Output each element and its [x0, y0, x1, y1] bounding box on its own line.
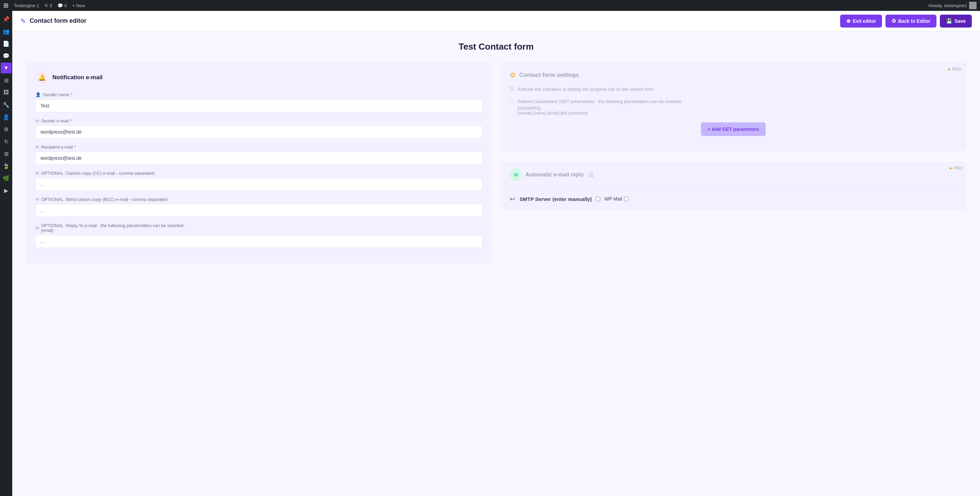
howdy-text: Howdy, testengine1 [929, 3, 967, 8]
cc-email-label: OPTIONAL: Carbon copy (CC) e-mail - comm… [41, 171, 154, 176]
wp-logo[interactable]: ⊞ [3, 2, 8, 9]
email-icon-2: ✉ [35, 144, 39, 150]
sidebar-icon-pin[interactable]: 📌 [1, 14, 11, 24]
email-icon-5: ✉ [35, 225, 39, 230]
cc-email-field: ✉ OPTIONAL: Carbon copy (CC) e-mail - co… [35, 171, 482, 191]
sender-name-input[interactable] [35, 99, 482, 112]
gear-icon: ⚙ [891, 18, 896, 24]
sidebar-icon-comment[interactable]: 💬 [1, 50, 11, 61]
sidebar-icon-refresh[interactable]: ↻ [1, 136, 11, 147]
bcc-email-label: OPTIONAL: Blind carbon copy (BCC) e-mail… [41, 197, 167, 202]
pro-badge-2: ★ PRO [949, 166, 962, 171]
header-actions: ⊗ Exit editor ⚙ Back to Editor 💾 Save [840, 14, 972, 27]
content-area: ✎ Contact form editor ⊗ Exit editor ⚙ Ba… [12, 11, 980, 496]
wp-mail-checkbox[interactable] [624, 197, 628, 201]
email-icon-3: ✉ [35, 171, 39, 176]
site-name: Testengine 1 [14, 3, 39, 8]
sidebar-icon-group[interactable]: 👥 [1, 26, 11, 37]
admin-bar-comments[interactable]: 💬 0 [57, 3, 67, 8]
sender-name-field: 👤 Sender name * [35, 92, 482, 112]
progress-bar-checkbox[interactable] [510, 87, 514, 91]
redirect-row: Redirect parameters (GET parameters) - t… [510, 98, 957, 116]
sidebar-icon-tools[interactable]: 🔧 [1, 99, 11, 110]
redirect-checkbox[interactable] [510, 99, 514, 103]
bcc-email-field: ✉ OPTIONAL: Blind carbon copy (BCC) e-ma… [35, 197, 482, 217]
card-header: 🔔 Notification e-mail [35, 71, 482, 84]
smtp-label: SMTP Server (enter manually) [520, 196, 592, 202]
sender-email-label: Sender e-mail * [41, 118, 72, 124]
progress-bar-row: Activate this checkbox to display the pr… [510, 86, 957, 93]
recipient-email-field: ✉ Recipient e-mail * [35, 144, 482, 165]
redirect-section: Redirect parameters (GET parameters) - t… [510, 98, 957, 116]
two-col-layout: 🔔 Notification e-mail 👤 Sender name * [26, 62, 966, 263]
reply-to-sublabel: [email] [41, 228, 185, 233]
pro-badge-1: ★ PRO [947, 67, 961, 72]
admin-bar-right: Howdy, testengine1 [929, 2, 977, 9]
reply-to-field: ✉ OPTIONAL: Reply-To e-mail - the follow… [35, 223, 482, 248]
auto-reply-check-icon: ☑ [589, 172, 593, 178]
sender-name-label: Sender name * [43, 92, 73, 97]
bcc-email-input[interactable] [35, 204, 482, 217]
header-title-wrap: ✎ Contact form editor [21, 17, 836, 25]
smtp-checkbox[interactable] [596, 197, 600, 201]
user-avatar [969, 2, 977, 9]
exit-editor-button[interactable]: ⊗ Exit editor [840, 14, 882, 27]
auto-reply-icon: ✉ [510, 169, 522, 181]
sidebar-icon-settings[interactable]: ⚙ [1, 124, 11, 135]
sidebar: 📌 👥 📄 💬 ▼ ⊞ 🖼 🔧 👤 ⚙ ↻ ⊞ 🍃 🌿 ▶ [0, 11, 12, 496]
sidebar-icon-dashboard[interactable]: ⊞ [1, 75, 11, 86]
auto-reply-card: ★ PRO ✉ Automatic e-mail reply ☑ ↩ SMTP … [500, 162, 966, 210]
smtp-section: ↩ SMTP Server (enter manually) WP Mail [510, 195, 957, 203]
cc-email-input[interactable] [35, 178, 482, 191]
redirect-placeholders: [anrede] [name] [email] [tel] [checkbox] [517, 111, 682, 116]
star-icon-2: ★ [949, 166, 953, 171]
notification-icon: 🔔 [35, 71, 48, 84]
progress-bar-label: Activate this checkbox to display the pr… [517, 86, 654, 93]
sidebar-icon-play[interactable]: ▶ [1, 185, 11, 196]
settings-title: Contact form settings [519, 72, 579, 79]
section-divider [510, 188, 957, 188]
user-icon: 👤 [35, 92, 41, 97]
admin-bar-new[interactable]: + New [72, 3, 85, 8]
sidebar-icon-media[interactable]: 🖼 [1, 87, 11, 98]
admin-bar-site[interactable]: Testengine 1 [14, 3, 39, 8]
sender-email-field: ✉ Sender e-mail * [35, 118, 482, 138]
email-icon-4: ✉ [35, 197, 39, 202]
gear-settings-icon: ⚙ [510, 71, 516, 79]
back-to-editor-button[interactable]: ⚙ Back to Editor [885, 14, 937, 27]
form-title: Test Contact form [26, 41, 966, 52]
recipient-email-label: Recipient e-mail * [41, 144, 76, 150]
wp-mail-option: WP Mail [605, 196, 628, 201]
smtp-arrow-icon: ↩ [510, 195, 515, 203]
redirect-label: Redirect parameters (GET parameters) - t… [517, 98, 682, 105]
sender-email-input[interactable] [35, 125, 482, 138]
email-icon-1: ✉ [35, 118, 39, 124]
contact-form-settings-card: ★ PRO ⚙ Contact form settings Activate t… [500, 62, 966, 151]
sidebar-icon-leaf2[interactable]: 🌿 [1, 173, 11, 184]
settings-header: ⚙ Contact form settings [510, 71, 957, 79]
sidebar-icon-leaf[interactable]: 🍃 [1, 160, 11, 171]
admin-bar-updates[interactable]: ↻ 3 [45, 3, 52, 8]
page-body: Test Contact form 🔔 Notification e-mail … [12, 31, 980, 496]
star-icon: ★ [947, 67, 951, 72]
reply-to-input[interactable] [35, 235, 482, 248]
page-header: ✎ Contact form editor ⊗ Exit editor ⚙ Ba… [12, 11, 980, 31]
redirect-answers: [ANSWERS] [517, 106, 682, 111]
save-icon: 💾 [946, 18, 953, 24]
sidebar-icon-brand[interactable]: ▼ [1, 63, 11, 73]
sidebar-icon-grid[interactable]: ⊞ [1, 148, 11, 159]
recipient-email-input[interactable] [35, 152, 482, 165]
card-title: Notification e-mail [52, 74, 102, 81]
exit-icon: ⊗ [846, 18, 851, 24]
auto-reply-title: Automatic e-mail reply [525, 172, 584, 178]
wp-admin-bar: ⊞ Testengine 1 ↻ 3 💬 0 + New Howdy, test… [0, 0, 980, 11]
sidebar-icon-users[interactable]: 👤 [1, 111, 11, 122]
page-title: Contact form editor [30, 17, 86, 24]
save-button[interactable]: 💾 Save [940, 14, 972, 27]
reply-to-label: OPTIONAL: Reply-To e-mail - the followin… [41, 223, 185, 233]
form-editor-icon: ✎ [21, 17, 26, 25]
add-get-parameters-button[interactable]: + Add GET parameters [701, 122, 766, 136]
auto-reply-header: ✉ Automatic e-mail reply ☑ [510, 169, 957, 181]
notification-email-card: 🔔 Notification e-mail 👤 Sender name * [26, 62, 492, 263]
sidebar-icon-page[interactable]: 📄 [1, 38, 11, 49]
